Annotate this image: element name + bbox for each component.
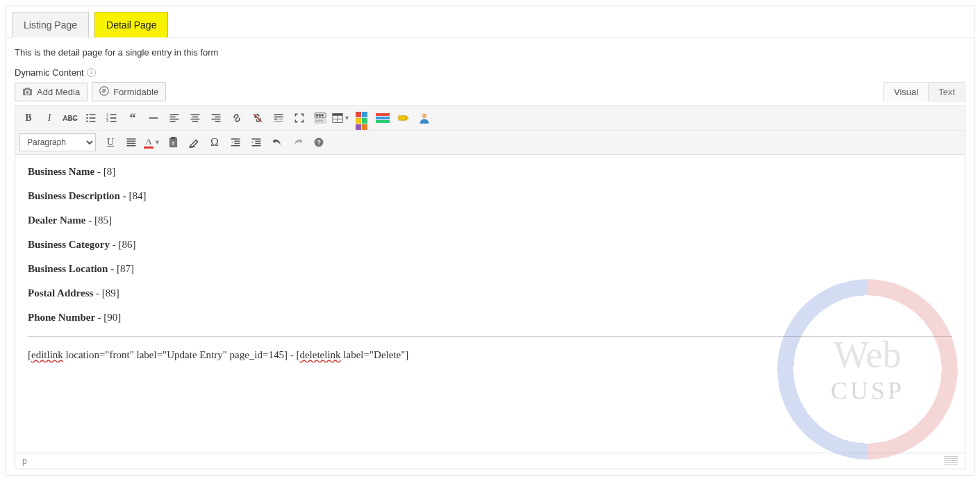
align-right-icon[interactable] [207,109,225,127]
svg-rect-53 [127,143,136,144]
bullet-list-icon[interactable] [82,109,100,127]
content-line: Business Category - [86] [28,239,952,251]
align-justify-icon[interactable] [122,133,140,151]
svg-rect-51 [127,138,136,140]
svg-point-0 [24,88,25,89]
info-icon[interactable]: i [87,68,96,77]
underline-icon[interactable]: U [101,133,119,151]
formidable-icon [99,86,109,97]
svg-rect-22 [191,114,200,115]
align-center-icon[interactable] [186,109,204,127]
svg-rect-10 [90,121,96,122]
formidable-label: Formidable [113,87,158,97]
camera-icon [22,87,33,97]
insert-more-icon[interactable] [269,109,288,127]
bold-icon[interactable]: B [19,109,38,127]
toolbar-row-2: Paragraph U A▼ T Ω [15,130,965,154]
editor-content[interactable]: Business Name - [8] Business Description… [15,155,965,453]
svg-rect-16 [110,121,117,122]
media-row: Add Media Formidable Visual Text [15,82,965,101]
tab-listing-page[interactable]: Listing Page [12,12,89,37]
mode-visual[interactable]: Visual [883,82,929,102]
tab-detail-page[interactable]: Detail Page [94,12,168,37]
content-line: Dealer Name - [85] [28,215,952,226]
svg-rect-19 [170,117,176,118]
svg-text:3: 3 [106,119,108,123]
element-path: p [22,456,27,466]
blockquote-icon[interactable]: “ [124,109,142,127]
svg-rect-24 [191,119,200,120]
svg-rect-62 [231,145,240,146]
svg-rect-6 [90,114,96,115]
outdent-icon[interactable] [226,133,244,151]
svg-text:T: T [172,140,175,146]
svg-rect-32 [274,117,283,118]
page-tabs: Listing Page Detail Page [6,6,974,37]
editor-status-bar: p [15,453,965,469]
user-icon[interactable] [415,109,433,127]
svg-marker-49 [406,116,408,120]
svg-rect-67 [252,145,261,146]
content-line: Business Location - [87] [28,263,952,275]
redo-icon[interactable] [289,133,307,151]
segment-icon[interactable] [374,109,392,127]
content-shortcode-line: [editlink location="front" label="Update… [28,349,952,361]
horizontal-rule-icon[interactable] [144,109,163,127]
dynamic-content-text: Dynamic Content [15,67,84,78]
svg-rect-27 [215,117,220,118]
svg-rect-31 [274,114,283,115]
color-grid-icon[interactable] [353,109,371,127]
svg-rect-17 [149,117,158,119]
svg-rect-54 [127,145,136,146]
content-line: Business Name - [8] [28,166,952,178]
fullscreen-icon[interactable] [290,109,308,127]
svg-marker-63 [231,142,233,143]
link-icon[interactable] [228,109,246,127]
svg-rect-59 [231,138,240,140]
content-line: Business Description - [84] [28,190,952,202]
tab-content: This is the detail page for a single ent… [6,37,974,475]
special-char-icon[interactable]: Ω [206,133,224,151]
add-media-button[interactable]: Add Media [15,83,88,101]
svg-rect-23 [192,117,198,118]
svg-rect-45 [333,114,342,116]
unlink-icon[interactable] [249,109,267,127]
resize-handle[interactable] [944,456,958,466]
numbered-list-icon[interactable]: 123 [103,109,121,127]
svg-rect-60 [234,141,240,142]
svg-rect-42 [319,119,321,121]
svg-rect-64 [252,138,261,140]
svg-rect-2 [102,89,106,90]
toolbar-toggle-icon[interactable] [311,109,329,127]
tag-icon[interactable] [395,109,413,127]
undo-icon[interactable] [268,133,286,151]
table-icon[interactable]: ▼ [332,109,350,127]
page-description: This is the detail page for a single ent… [15,47,965,58]
svg-marker-68 [252,142,254,143]
svg-text:?: ? [317,139,321,146]
svg-rect-8 [90,117,96,119]
indent-icon[interactable] [247,133,265,151]
paste-text-icon[interactable]: T [164,133,182,151]
svg-rect-18 [170,114,179,115]
clear-format-icon[interactable] [185,133,203,151]
content-divider [28,336,952,337]
svg-rect-28 [212,119,221,120]
content-line: Postal Address - [89] [28,287,952,299]
text-color-icon[interactable]: A▼ [143,133,161,151]
svg-rect-48 [399,116,406,120]
svg-rect-65 [255,141,260,142]
toolbar-row-1: B I ABC 123 “ [15,106,965,130]
svg-rect-26 [212,114,221,115]
editor-mode-tabs: Visual Text [883,82,965,102]
strikethrough-icon[interactable]: ABC [61,109,79,127]
editor-toolbar: B I ABC 123 “ [15,106,965,155]
italic-icon[interactable]: I [40,109,58,127]
formidable-button[interactable]: Formidable [92,82,166,101]
format-select[interactable]: Paragraph [19,133,96,151]
help-icon[interactable]: ? [310,133,328,151]
svg-rect-37 [316,114,318,116]
align-left-icon[interactable] [165,109,183,127]
watermark-line2: CUSP [831,376,904,405]
mode-text[interactable]: Text [928,82,965,102]
